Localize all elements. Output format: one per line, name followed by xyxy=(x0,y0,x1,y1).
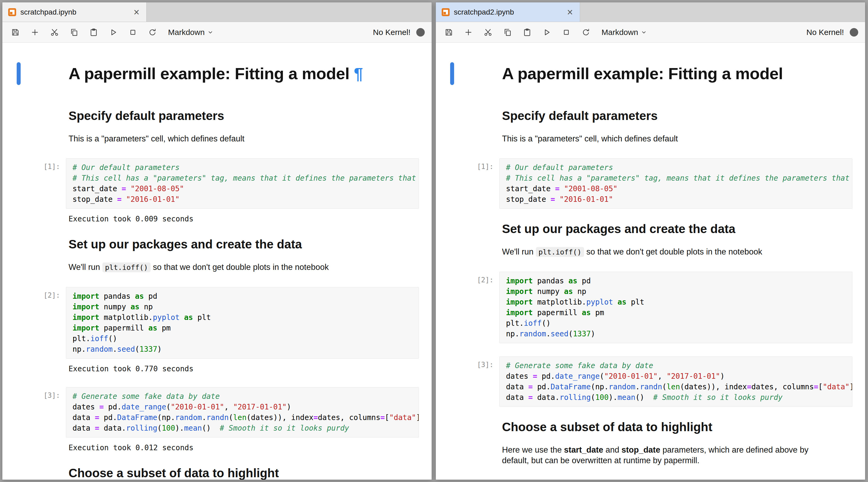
markdown-cell[interactable]: Choose a subset of data to highlightHere… xyxy=(2,466,419,480)
notebook-tab[interactable]: scratchpad.ipynb× xyxy=(2,2,147,22)
code-cell[interactable]: [3]:# Generate some fake data by datedat… xyxy=(2,387,419,453)
close-icon[interactable]: × xyxy=(132,7,141,17)
markdown-cell[interactable]: A papermill example: Fitting a model ¶ xyxy=(2,62,419,86)
markdown-cell[interactable]: Set up our packages and create the dataW… xyxy=(2,237,419,273)
anchor-link[interactable]: ¶ xyxy=(349,64,363,83)
code-cell[interactable]: [1]:# Our default parameters# This cell … xyxy=(436,159,852,209)
restart-kernel-button[interactable] xyxy=(146,26,158,38)
code-token: ( xyxy=(591,393,595,402)
save-button[interactable] xyxy=(443,26,455,38)
copy-cell-button[interactable] xyxy=(501,26,514,38)
notebook-icon xyxy=(8,8,16,16)
close-icon[interactable]: × xyxy=(566,7,574,17)
restart-kernel-button[interactable] xyxy=(580,26,592,38)
cut-cell-button[interactable] xyxy=(482,26,494,38)
notebook-content[interactable]: A papermill example: Fitting a modelSpec… xyxy=(436,42,865,480)
notebook-tab[interactable]: scratchpad2.ipynb× xyxy=(436,2,580,22)
cut-cell-button[interactable] xyxy=(49,26,61,38)
paste-cell-button[interactable] xyxy=(521,26,533,38)
code-token: seed xyxy=(551,330,568,338)
code-token: ( xyxy=(157,424,162,432)
paragraph: We'll run plt.ioff() so that we don't ge… xyxy=(502,247,817,257)
scissors-icon xyxy=(50,28,59,37)
code-token: = xyxy=(99,402,104,411)
code-token: "data" xyxy=(389,413,416,422)
code-line: stop_date = "2016-01-01" xyxy=(72,194,412,205)
execution-output: Execution took 0.009 seconds xyxy=(66,214,419,224)
stop-icon xyxy=(562,28,571,37)
notebook-content[interactable]: A papermill example: Fitting a model ¶Sp… xyxy=(2,42,432,480)
save-button[interactable] xyxy=(9,26,22,38)
markdown-body: Choose a subset of data to highlightHere… xyxy=(499,420,852,466)
code-line: # This cell has a "parameters" tag, mean… xyxy=(72,173,412,183)
code-token: import xyxy=(506,308,533,317)
code-token: # Smooth it so it looks purdy xyxy=(653,393,782,402)
add-cell-button[interactable] xyxy=(29,26,41,38)
scissors-icon xyxy=(484,28,493,37)
paste-cell-button[interactable] xyxy=(88,26,100,38)
celltype-dropdown[interactable]: Markdown xyxy=(168,28,214,37)
code-token: ioff xyxy=(90,334,108,343)
code-token: plt. xyxy=(72,334,90,343)
tab-bar: scratchpad2.ipynb× xyxy=(436,2,865,22)
interrupt-kernel-button[interactable] xyxy=(127,26,139,38)
execution-count: [1]: xyxy=(436,163,494,171)
code-token: ( xyxy=(568,330,573,338)
text-run: A papermill example: Fitting a model xyxy=(502,64,783,83)
notebook-window: scratchpad2.ipynb×MarkdownNo Kernel!A pa… xyxy=(436,2,865,480)
code-token: data xyxy=(506,382,528,391)
code-line: import matplotlib.pyplot as plt xyxy=(506,297,846,308)
code-editor[interactable]: import pandas as pdimport numpy as npimp… xyxy=(66,287,419,359)
markdown-cell[interactable]: Set up our packages and create the dataW… xyxy=(436,222,852,257)
code-token: "2016-01-01" xyxy=(126,195,179,204)
code-line: plt.ioff() xyxy=(506,318,846,329)
code-token: ). xyxy=(609,393,618,402)
code-line: dates = pd.date_range("2010-01-01", "201… xyxy=(506,371,846,381)
code-token: pm xyxy=(591,308,604,317)
interrupt-kernel-button[interactable] xyxy=(560,26,572,38)
copy-cell-button[interactable] xyxy=(68,26,80,38)
code-token: as xyxy=(617,298,626,306)
code-token: dates, columns xyxy=(751,382,814,391)
text-run: Choose a subset of data to highlight xyxy=(68,466,279,480)
selected-cell-indicator xyxy=(450,62,454,85)
copy-icon xyxy=(70,28,79,37)
run-cell-button[interactable] xyxy=(107,26,119,38)
code-token: = xyxy=(121,184,126,193)
code-token: # Our default parameters xyxy=(72,163,180,172)
code-editor[interactable]: # Our default parameters# This cell has … xyxy=(499,159,852,209)
code-line: # Generate some fake data by date xyxy=(506,361,846,371)
code-token: () xyxy=(636,393,653,402)
code-token: = xyxy=(533,372,537,380)
markdown-cell[interactable]: Specify default parametersThis is a "par… xyxy=(436,109,852,144)
markdown-cell[interactable]: A papermill example: Fitting a model xyxy=(436,62,852,86)
code-editor[interactable]: # Generate some fake data by datedates =… xyxy=(66,387,419,437)
code-editor[interactable]: import pandas as pdimport numpy as npimp… xyxy=(499,272,852,343)
code-editor[interactable]: # Our default parameters# This cell has … xyxy=(66,159,419,209)
code-token: (np. xyxy=(157,413,175,422)
code-cell[interactable]: [2]:import pandas as pdimport numpy as n… xyxy=(436,272,852,343)
code-token: pd. xyxy=(104,402,121,411)
code-editor[interactable]: # Generate some fake data by datedates =… xyxy=(499,357,852,407)
markdown-cell[interactable]: Choose a subset of data to highlightHere… xyxy=(436,420,852,466)
paragraph: This is a "parameters" cell, which defin… xyxy=(68,134,383,144)
celltype-dropdown[interactable]: Markdown xyxy=(601,28,647,37)
selected-cell-indicator xyxy=(17,62,21,85)
execution-count: [1]: xyxy=(2,163,60,171)
code-cell[interactable]: [2]:import pandas as pdimport numpy as n… xyxy=(2,287,419,374)
add-cell-button[interactable] xyxy=(462,26,474,38)
code-line: # Our default parameters xyxy=(506,162,846,173)
code-token: numpy xyxy=(533,287,564,296)
text-run: Specify default parameters xyxy=(68,109,224,123)
code-line: stop_date = "2016-01-01" xyxy=(506,194,846,205)
code-cell[interactable]: [3]:# Generate some fake data by datedat… xyxy=(436,357,852,407)
run-cell-button[interactable] xyxy=(541,26,553,38)
code-token: 1337 xyxy=(573,330,591,338)
execution-count: [3]: xyxy=(2,391,60,399)
code-cell[interactable]: [1]:# Our default parameters# This cell … xyxy=(2,159,419,224)
markdown-cell[interactable]: Specify default parametersThis is a "par… xyxy=(2,109,419,144)
notebook-toolbar: MarkdownNo Kernel! xyxy=(436,22,865,42)
text-run: Here we use the xyxy=(502,445,564,454)
code-token: ioff xyxy=(524,319,541,328)
celltype-label: Markdown xyxy=(168,28,205,37)
